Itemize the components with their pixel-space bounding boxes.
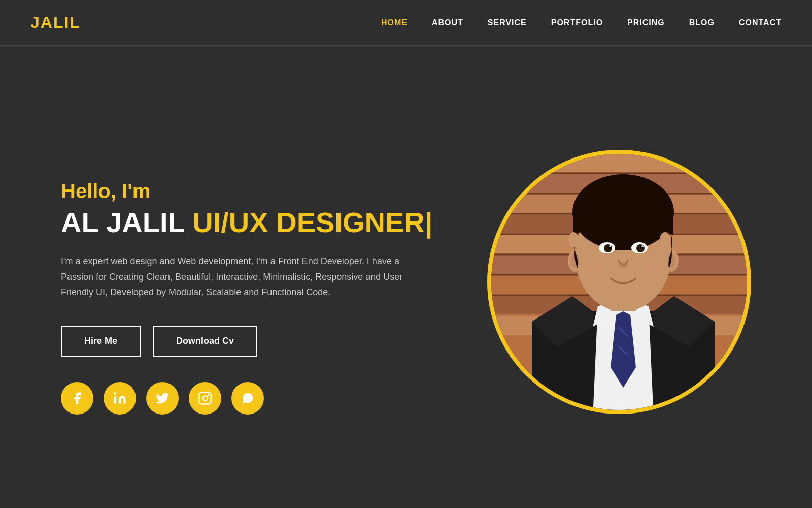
facebook-icon[interactable] bbox=[61, 382, 93, 415]
svg-point-2 bbox=[202, 396, 207, 400]
profile-image bbox=[491, 154, 747, 410]
svg-point-40 bbox=[644, 262, 664, 274]
brand-logo[interactable]: JALIL bbox=[30, 13, 81, 32]
nav-item-service[interactable]: SERVICE bbox=[488, 18, 527, 27]
linkedin-icon[interactable] bbox=[104, 382, 136, 415]
nav-link-about[interactable]: ABOUT bbox=[432, 18, 463, 27]
nav-item-home[interactable]: HOME bbox=[381, 18, 408, 27]
ear-right bbox=[660, 232, 670, 247]
svg-point-37 bbox=[641, 245, 644, 247]
hero-content: Hello, I'm AL JALIL UI/UX DESIGNER| I'm … bbox=[61, 180, 442, 414]
download-cv-button[interactable]: Download Cv bbox=[153, 326, 257, 357]
hire-me-button[interactable]: Hire Me bbox=[61, 326, 141, 357]
svg-rect-5 bbox=[491, 154, 747, 172]
svg-point-36 bbox=[609, 245, 611, 247]
hero-name-title: AL JALIL UI/UX DESIGNER| bbox=[61, 207, 442, 238]
svg-point-39 bbox=[583, 262, 603, 274]
hero-section: Hello, I'm AL JALIL UI/UX DESIGNER| I'm … bbox=[0, 46, 812, 508]
nav-link-blog[interactable]: BLOG bbox=[689, 18, 715, 27]
hero-buttons: Hire Me Download Cv bbox=[61, 326, 442, 357]
instagram-icon[interactable] bbox=[189, 382, 221, 415]
nav-item-contact[interactable]: CONTACT bbox=[739, 18, 782, 27]
nav-item-portfolio[interactable]: PORTFOLIO bbox=[551, 18, 603, 27]
nav-item-about[interactable]: ABOUT bbox=[432, 18, 463, 27]
nav-link-portfolio[interactable]: PORTFOLIO bbox=[551, 18, 603, 27]
nav-link-contact[interactable]: CONTACT bbox=[739, 18, 782, 27]
nav-item-pricing[interactable]: PRICING bbox=[627, 18, 665, 27]
svg-point-0 bbox=[114, 392, 116, 395]
navbar: JALIL HOME ABOUT SERVICE PORTFOLIO PRICI… bbox=[0, 0, 812, 46]
profile-image-ring bbox=[487, 150, 751, 414]
ear-left bbox=[568, 232, 579, 247]
hero-title: UI/UX DESIGNER| bbox=[192, 206, 432, 238]
whatsapp-icon[interactable] bbox=[231, 382, 264, 415]
twitter-icon[interactable] bbox=[146, 382, 179, 415]
social-icons-container bbox=[61, 382, 442, 415]
hero-description: I'm a expert web design and Web developm… bbox=[61, 253, 406, 300]
hero-name: AL JALIL bbox=[61, 206, 192, 238]
svg-rect-1 bbox=[199, 392, 211, 404]
hero-profile bbox=[487, 150, 751, 414]
nav-link-home[interactable]: HOME bbox=[381, 18, 408, 27]
svg-point-3 bbox=[208, 394, 210, 396]
nav-link-pricing[interactable]: PRICING bbox=[627, 18, 665, 27]
nav-link-service[interactable]: SERVICE bbox=[488, 18, 527, 27]
nav-item-blog[interactable]: BLOG bbox=[689, 18, 715, 27]
greeting-text: Hello, I'm bbox=[61, 180, 442, 203]
nav-links: HOME ABOUT SERVICE PORTFOLIO PRICING BLO… bbox=[381, 18, 782, 27]
